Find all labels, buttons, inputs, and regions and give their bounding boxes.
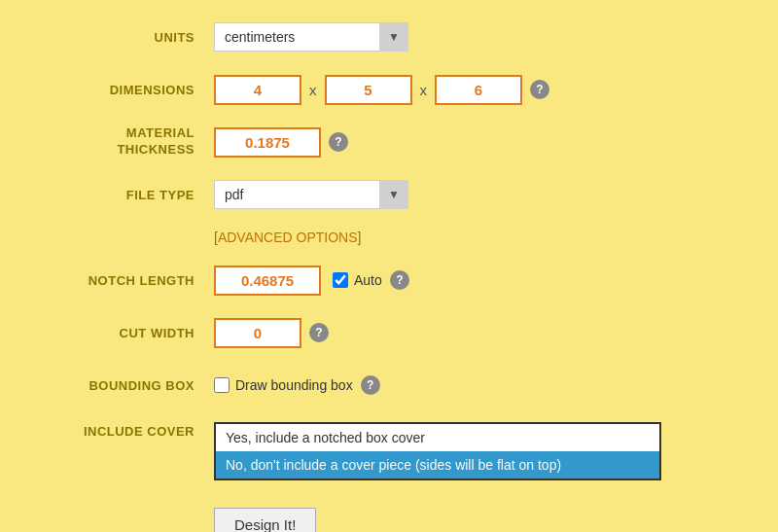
units-row: UNITS centimetersinchesmillimeters ▼ xyxy=(39,19,739,54)
notch-length-inputs: Auto ? xyxy=(214,266,409,296)
design-button-wrapper: Design It! xyxy=(39,498,739,532)
material-thickness-label: MATERIAL THICKNESS xyxy=(39,125,214,159)
bounding-box-help-icon[interactable]: ? xyxy=(361,375,380,395)
notch-length-input[interactable] xyxy=(214,266,321,296)
include-cover-dropdown: Yes, include a notched box cover No, don… xyxy=(214,422,661,480)
cut-width-help-icon[interactable]: ? xyxy=(309,323,329,342)
cut-width-inputs: ? xyxy=(214,318,329,348)
bounding-box-label: BOUNDING BOX xyxy=(39,378,214,393)
material-thickness-row: MATERIAL THICKNESS ? xyxy=(39,124,739,160)
advanced-options-row: [ ADVANCED OPTIONS ] xyxy=(214,230,739,245)
design-button[interactable]: Design It! xyxy=(214,508,316,532)
notch-length-label: NOTCH LENGTH xyxy=(39,273,214,288)
bounding-box-row: BOUNDING BOX Draw bounding box ? xyxy=(39,368,739,403)
include-cover-label: INCLUDE COVER xyxy=(39,420,214,439)
file-type-row: FILE TYPE pdfsvgdxf ▼ xyxy=(39,177,739,212)
bounding-box-checkbox-text: Draw bounding box xyxy=(235,377,353,393)
notch-auto-label: Auto xyxy=(354,272,382,288)
dimensions-help-icon[interactable]: ? xyxy=(530,80,549,99)
advanced-bracket-close: ] xyxy=(358,230,362,245)
material-thickness-help-icon[interactable]: ? xyxy=(329,132,348,152)
dimension-sep-2: x xyxy=(420,82,428,98)
dimensions-label: DIMENSIONS xyxy=(39,83,214,97)
notch-length-row: NOTCH LENGTH Auto ? xyxy=(39,263,739,298)
include-cover-row: INCLUDE COVER Yes, include a notched box… xyxy=(39,420,739,480)
units-select-wrapper[interactable]: centimetersinchesmillimeters ▼ xyxy=(214,22,408,52)
material-thickness-input[interactable] xyxy=(214,127,321,158)
dimension-1-input[interactable] xyxy=(214,75,301,105)
dimension-3-input[interactable] xyxy=(435,75,522,105)
file-type-select-wrapper[interactable]: pdfsvgdxf ▼ xyxy=(214,180,408,209)
file-type-label: FILE TYPE xyxy=(39,188,214,202)
bounding-box-checkbox-label[interactable]: Draw bounding box xyxy=(214,377,353,393)
cut-width-row: CUT WIDTH ? xyxy=(39,315,739,350)
material-thickness-inputs: ? xyxy=(214,127,348,158)
dimension-2-input[interactable] xyxy=(325,75,412,105)
bounding-box-input-col: Draw bounding box ? xyxy=(214,375,380,395)
cut-width-input[interactable] xyxy=(214,318,301,348)
dimension-sep-1: x xyxy=(309,82,317,98)
units-select[interactable]: centimetersinchesmillimeters xyxy=(214,22,408,52)
cover-option-0[interactable]: Yes, include a notched box cover xyxy=(216,424,659,451)
dimensions-row: DIMENSIONS x x ? xyxy=(39,72,739,107)
notch-auto-checkbox[interactable] xyxy=(333,272,348,288)
cover-option-1[interactable]: No, don't include a cover piece (sides w… xyxy=(216,451,659,479)
notch-length-help-icon[interactable]: ? xyxy=(390,270,409,290)
bounding-box-checkbox[interactable] xyxy=(214,377,230,393)
advanced-options-link[interactable]: ADVANCED OPTIONS xyxy=(218,230,358,245)
file-type-select[interactable]: pdfsvgdxf xyxy=(214,180,408,209)
notch-auto-checkbox-label[interactable]: Auto xyxy=(333,272,382,288)
units-label: UNITS xyxy=(39,30,214,45)
dimensions-inputs: x x ? xyxy=(214,75,549,105)
cut-width-label: CUT WIDTH xyxy=(39,326,214,340)
